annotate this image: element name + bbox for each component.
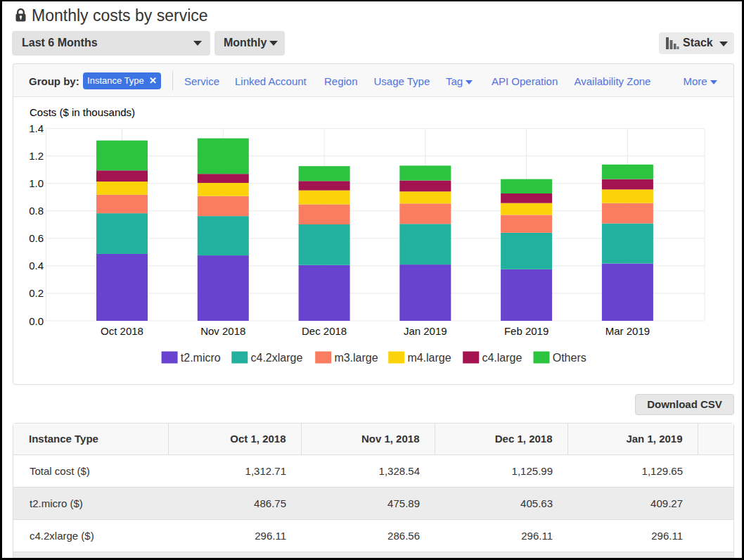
svg-text:Feb 2019: Feb 2019 (504, 325, 549, 337)
svg-text:Dec 2018: Dec 2018 (302, 325, 347, 337)
svg-text:Nov 2018: Nov 2018 (200, 325, 245, 337)
svg-text:0.0: 0.0 (29, 315, 44, 327)
svg-text:m4.large: m4.large (407, 352, 451, 364)
svg-text:t2.micro: t2.micro (181, 352, 221, 364)
svg-text:1.4: 1.4 (29, 122, 44, 134)
svg-text:c4.2xlarge: c4.2xlarge (251, 352, 303, 364)
svg-text:1.0: 1.0 (29, 177, 44, 189)
svg-text:0.4: 0.4 (29, 260, 44, 272)
svg-text:Others: Others (553, 352, 586, 364)
svg-text:m3.large: m3.large (334, 352, 378, 364)
svg-text:c4.large: c4.large (482, 352, 522, 364)
svg-text:0.6: 0.6 (29, 232, 44, 244)
svg-text:1.2: 1.2 (29, 150, 44, 162)
svg-text:0.2: 0.2 (29, 287, 44, 299)
svg-text:Jan 2019: Jan 2019 (404, 325, 447, 337)
svg-text:Oct 2018: Oct 2018 (101, 325, 143, 337)
svg-text:0.8: 0.8 (29, 205, 44, 217)
svg-text:Costs ($ in thousands): Costs ($ in thousands) (30, 106, 135, 118)
svg-text:Mar 2019: Mar 2019 (605, 325, 650, 337)
